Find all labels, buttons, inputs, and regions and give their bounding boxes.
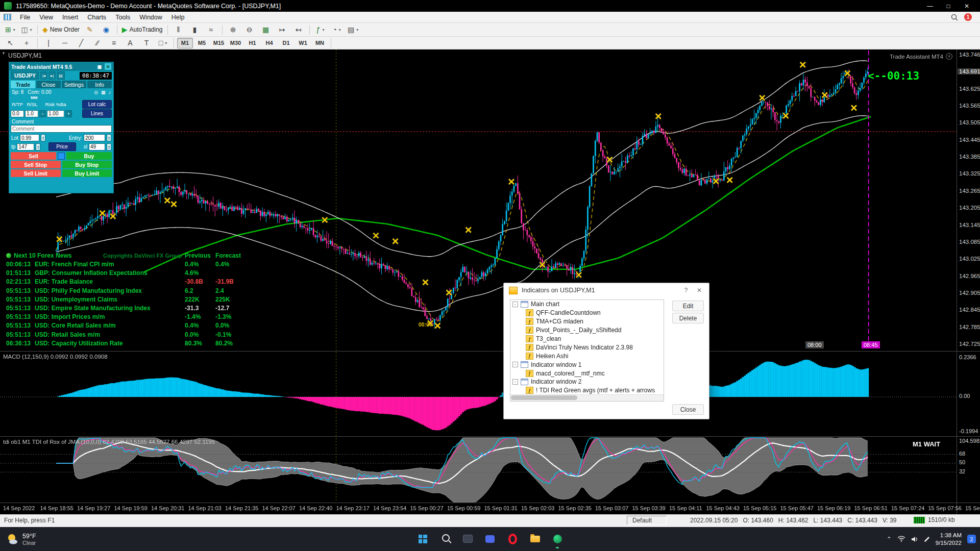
shapes-button[interactable]: □▾ xyxy=(155,37,170,48)
zoom-out-button[interactable]: ⊖ xyxy=(242,24,257,35)
taskbar-chat-button[interactable] xyxy=(480,529,500,549)
risk-input[interactable] xyxy=(47,110,64,117)
rsl-input[interactable] xyxy=(25,110,38,117)
taskbar-browser-button[interactable] xyxy=(547,529,568,549)
indicator-row[interactable]: ƒ! TDI Red Green avgs (mtf + alerts + ar… xyxy=(510,386,664,395)
notification-count-badge[interactable]: 2 xyxy=(967,535,976,543)
market-button[interactable]: ◉ xyxy=(99,24,114,35)
indicator-row[interactable]: ƒTMA+CG mladen xyxy=(510,317,664,326)
taskbar-search-button[interactable] xyxy=(435,529,455,549)
profile-selector[interactable]: Default xyxy=(627,516,667,525)
indicator-row[interactable]: ƒPivot_Points_-_Daily_sShiftedd xyxy=(510,326,664,335)
trendline-button[interactable]: ╱ xyxy=(74,37,89,48)
tab-info[interactable]: Info xyxy=(87,81,112,88)
fibonacci-button[interactable]: ≡ xyxy=(106,37,121,48)
chart-icon[interactable] xyxy=(4,14,11,20)
mql5-button[interactable]: ✎ xyxy=(82,24,97,35)
search-icon[interactable] xyxy=(951,14,958,21)
delete-button[interactable]: Delete xyxy=(672,313,704,323)
timeframe-h1[interactable]: H1 xyxy=(244,38,260,48)
tp-stepper[interactable]: ▴▾ xyxy=(36,143,40,151)
edit-button[interactable]: Edit xyxy=(672,300,704,311)
trade-mode-toggle[interactable] xyxy=(58,153,65,160)
horizontal-scrollbar[interactable] xyxy=(510,394,664,401)
tab-close[interactable]: Close xyxy=(36,81,61,88)
autotrading-button[interactable]: ▶AutoTrading xyxy=(120,24,164,35)
entry-input[interactable] xyxy=(84,134,105,141)
lines-button[interactable]: Lines xyxy=(82,109,112,118)
calendar-icon[interactable]: ▦ xyxy=(101,90,106,95)
close-button[interactable]: ✕ xyxy=(958,3,976,10)
timeframe-m5[interactable]: M5 xyxy=(194,38,210,48)
timeframe-m15[interactable]: M15 xyxy=(211,38,227,48)
weather-widget[interactable]: 59°F Clear xyxy=(5,527,36,551)
profiles-button[interactable]: ◫▾ xyxy=(19,24,34,35)
dialog-close-icon[interactable]: ✕ xyxy=(695,287,704,294)
tab-trade[interactable]: Trade xyxy=(11,81,35,88)
cursor-button[interactable]: ↖ xyxy=(3,37,18,48)
bell-icon[interactable]: ♪ xyxy=(109,90,111,95)
sl-stepper[interactable]: ▴▾ xyxy=(107,143,111,151)
timeframe-m1[interactable]: M1 xyxy=(177,38,193,48)
notification-badge[interactable]: 1 xyxy=(964,13,972,21)
vertical-line-button[interactable]: | xyxy=(41,37,56,48)
timeframe-mn[interactable]: MN xyxy=(312,38,328,48)
sell-button[interactable]: Sell xyxy=(11,152,56,160)
minimize-button[interactable]: — xyxy=(921,3,939,10)
text-button[interactable]: A xyxy=(122,37,138,48)
indicator-group-row[interactable]: -Main chart xyxy=(510,300,664,309)
new-order-button[interactable]: ◆New Order xyxy=(41,24,81,35)
spinner-down-icon[interactable]: ▾ xyxy=(108,147,110,149)
menu-help[interactable]: Help xyxy=(167,13,189,22)
taskbar-opera-button[interactable] xyxy=(502,529,523,549)
pen-icon[interactable] xyxy=(924,536,930,542)
label-button[interactable]: T xyxy=(139,37,154,48)
speaker-icon[interactable] xyxy=(911,536,918,542)
buy-button[interactable]: Buy xyxy=(66,152,112,160)
close-dialog-button[interactable]: Close xyxy=(672,404,704,415)
buy-stop-button[interactable]: Buy Stop xyxy=(62,161,112,168)
indicator-row[interactable]: ƒQFF-CandleCountdown xyxy=(510,309,664,317)
buy-limit-button[interactable]: Buy Limit xyxy=(62,169,112,177)
clock-widget[interactable]: 1:38 AM 9/15/2022 xyxy=(936,532,962,547)
chart-collapse-arrow-icon[interactable]: ▼ xyxy=(2,51,6,56)
tile-windows-button[interactable]: ▦ xyxy=(258,24,274,35)
scrollbar-thumb[interactable] xyxy=(511,395,577,400)
symbol-selector[interactable]: USDJPY xyxy=(11,71,39,80)
expand-collapse-icon[interactable]: - xyxy=(512,302,518,307)
sell-limit-button[interactable]: Sell Limit xyxy=(11,169,61,177)
indicator-group-row[interactable]: -Indicator window 2 xyxy=(510,378,664,386)
menu-file[interactable]: File xyxy=(15,13,35,22)
lot-input[interactable] xyxy=(20,134,39,141)
comment-input[interactable] xyxy=(11,125,112,133)
risk-minus-button[interactable]: − xyxy=(39,110,46,117)
menu-tools[interactable]: Tools xyxy=(111,13,135,22)
indicator-group-row[interactable]: -Indicator window 1 xyxy=(510,360,664,369)
lot-stepper[interactable]: ▴▾ xyxy=(41,134,45,141)
tab-settings[interactable]: Settings xyxy=(62,81,86,88)
tp-input[interactable] xyxy=(17,143,34,151)
timeframe-h4[interactable]: H4 xyxy=(261,38,277,48)
menu-window[interactable]: Window xyxy=(135,13,166,22)
risk-plus-button[interactable]: + xyxy=(65,110,72,117)
templates-button[interactable]: ▤▾ xyxy=(346,24,361,35)
periods-button[interactable]: ◔▾ xyxy=(329,24,345,35)
trade-panel-close-icon[interactable]: ✕ xyxy=(105,63,111,70)
menu-view[interactable]: View xyxy=(35,13,58,22)
indicator-row[interactable]: ƒHeiken Ashi xyxy=(510,352,664,360)
indicator-row[interactable]: ƒmacd_colored__mtf_nmc xyxy=(510,369,664,378)
horizontal-line-button[interactable]: ─ xyxy=(57,37,72,48)
indicator-row[interactable]: ƒT3_clean xyxy=(510,335,664,343)
lot-calc-button[interactable]: Lot calc xyxy=(82,100,112,109)
zoom-in-button[interactable]: ⊕ xyxy=(226,24,241,35)
chart-list-icon[interactable]: ▤ xyxy=(57,71,65,80)
new-chart-button[interactable]: ⊞▾ xyxy=(3,24,18,35)
wifi-icon[interactable] xyxy=(897,536,905,542)
price-button[interactable]: Price xyxy=(48,142,76,151)
channel-button[interactable]: ∕∕ xyxy=(90,37,105,48)
dialog-help-button[interactable]: ? xyxy=(681,287,691,294)
prev-symbol-button[interactable]: |◂ xyxy=(40,71,47,80)
rtp-input[interactable] xyxy=(11,110,24,117)
crosshair-button[interactable]: + xyxy=(19,37,34,48)
taskbar-taskview-button[interactable] xyxy=(457,529,478,549)
